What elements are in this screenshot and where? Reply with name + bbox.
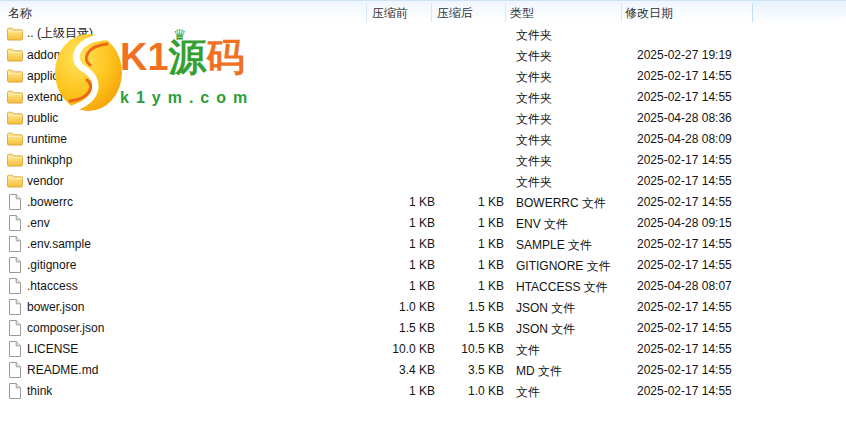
- type-cell: 文件: [516, 342, 540, 359]
- date-cell: 2025-02-17 14:55: [637, 321, 732, 335]
- folder-icon: [6, 109, 23, 126]
- file-name-cell: .env: [6, 212, 50, 233]
- size-after-cell: 10.5 KB: [419, 342, 504, 356]
- column-separator[interactable]: [366, 3, 367, 22]
- file-row[interactable]: .. (上级目录) 文件夹: [0, 23, 846, 44]
- type-cell: 文件夹: [516, 90, 552, 107]
- type-cell: JSON 文件: [516, 300, 575, 317]
- folder-icon: [6, 67, 23, 84]
- file-name-label: public: [27, 111, 58, 125]
- file-row[interactable]: thinkphp 文件夹 2025-02-17 14:55: [0, 149, 846, 170]
- file-name-label: runtime: [27, 132, 67, 146]
- size-after-cell: 1.0 KB: [419, 384, 504, 398]
- type-cell: 文件: [516, 384, 540, 401]
- file-name-cell: think: [6, 380, 52, 401]
- folder-icon: [6, 130, 23, 147]
- file-row[interactable]: .env.sample 1 KB 1 KB SAMPLE 文件 2025-02-…: [0, 233, 846, 254]
- file-name-label: bower.json: [27, 300, 84, 314]
- type-cell: SAMPLE 文件: [516, 237, 592, 254]
- list-column-header: 名称 压缩前 压缩后 类型 修改日期: [0, 0, 846, 23]
- folder-icon: [6, 88, 23, 105]
- file-name-cell: .env.sample: [6, 233, 91, 254]
- date-cell: 2025-02-27 19:19: [637, 48, 732, 62]
- file-name-cell: extend: [6, 86, 63, 107]
- file-icon: [6, 319, 23, 336]
- column-header-size-before[interactable]: 压缩前: [372, 5, 408, 22]
- header-empty-area: [753, 1, 846, 23]
- type-cell: 文件夹: [516, 111, 552, 128]
- file-name-label: .htaccess: [27, 279, 78, 293]
- date-cell: 2025-04-28 08:07: [637, 279, 732, 293]
- date-cell: 2025-02-17 14:55: [637, 258, 732, 272]
- file-name-cell: .gitignore: [6, 254, 76, 275]
- file-row[interactable]: think 1 KB 1.0 KB 文件 2025-02-17 14:55: [0, 380, 846, 401]
- column-separator[interactable]: [621, 3, 622, 22]
- file-name-label: .gitignore: [27, 258, 76, 272]
- file-name-cell: thinkphp: [6, 149, 72, 170]
- type-cell: 文件夹: [516, 132, 552, 149]
- file-row[interactable]: README.md 3.4 KB 3.5 KB MD 文件 2025-02-17…: [0, 359, 846, 380]
- file-row[interactable]: application 文件夹 2025-02-17 14:55: [0, 65, 846, 86]
- file-name-label: README.md: [27, 363, 98, 377]
- file-name-cell: .htaccess: [6, 275, 78, 296]
- date-cell: 2025-02-17 14:55: [637, 69, 732, 83]
- type-cell: 文件夹: [516, 153, 552, 170]
- type-cell: 文件夹: [516, 69, 552, 86]
- type-cell: MD 文件: [516, 363, 562, 380]
- column-separator[interactable]: [431, 3, 432, 22]
- file-name-label: .env.sample: [27, 237, 91, 251]
- file-icon: [6, 382, 23, 399]
- file-name-cell: vendor: [6, 170, 64, 191]
- file-row[interactable]: addons 文件夹 2025-02-27 19:19: [0, 44, 846, 65]
- date-cell: 2025-04-28 08:36: [637, 111, 732, 125]
- column-separator[interactable]: [505, 3, 506, 22]
- file-name-label: think: [27, 384, 52, 398]
- size-after-cell: 1 KB: [419, 279, 504, 293]
- file-icon: [6, 277, 23, 294]
- date-cell: 2025-02-17 14:55: [637, 300, 732, 314]
- file-list: .. (上级目录) 文件夹: [0, 23, 846, 401]
- column-header-modified-date[interactable]: 修改日期: [625, 5, 673, 22]
- file-row[interactable]: .gitignore 1 KB 1 KB GITIGNORE 文件 2025-0…: [0, 254, 846, 275]
- type-cell: BOWERRC 文件: [516, 195, 606, 212]
- file-name-cell: public: [6, 107, 58, 128]
- file-row[interactable]: .htaccess 1 KB 1 KB HTACCESS 文件 2025-04-…: [0, 275, 846, 296]
- folder-icon: [6, 172, 23, 189]
- file-row[interactable]: composer.json 1.5 KB 1.5 KB JSON 文件 2025…: [0, 317, 846, 338]
- column-header-type[interactable]: 类型: [510, 5, 534, 22]
- size-after-cell: 1 KB: [419, 195, 504, 209]
- folder-icon: [6, 46, 23, 63]
- date-cell: 2025-02-17 14:55: [637, 195, 732, 209]
- column-header-name[interactable]: 名称: [8, 5, 32, 22]
- file-name-cell: addons: [6, 44, 66, 65]
- file-row[interactable]: runtime 文件夹 2025-04-28 08:09: [0, 128, 846, 149]
- file-row[interactable]: .env 1 KB 1 KB ENV 文件 2025-04-28 09:15: [0, 212, 846, 233]
- column-header-size-after[interactable]: 压缩后: [437, 5, 473, 22]
- date-cell: 2025-02-17 14:55: [637, 174, 732, 188]
- type-cell: 文件夹: [516, 27, 552, 44]
- date-cell: 2025-02-17 14:55: [637, 342, 732, 356]
- file-name-cell: runtime: [6, 128, 67, 149]
- date-cell: 2025-04-28 08:09: [637, 132, 732, 146]
- type-cell: 文件夹: [516, 48, 552, 65]
- file-icon: [6, 298, 23, 315]
- file-row[interactable]: public 文件夹 2025-04-28 08:36: [0, 107, 846, 128]
- file-name-label: .bowerrc: [27, 195, 73, 209]
- file-name-label: application: [27, 69, 84, 83]
- folder-icon: [6, 25, 23, 42]
- file-name-cell: .. (上级目录): [6, 23, 93, 44]
- date-cell: 2025-04-28 09:15: [637, 216, 732, 230]
- file-icon: [6, 193, 23, 210]
- type-cell: HTACCESS 文件: [516, 279, 608, 296]
- file-row[interactable]: extend 文件夹 2025-02-17 14:55: [0, 86, 846, 107]
- file-icon: [6, 214, 23, 231]
- file-row[interactable]: bower.json 1.0 KB 1.5 KB JSON 文件 2025-02…: [0, 296, 846, 317]
- size-after-cell: 1.5 KB: [419, 300, 504, 314]
- file-row[interactable]: .bowerrc 1 KB 1 KB BOWERRC 文件 2025-02-17…: [0, 191, 846, 212]
- file-name-label: .. (上级目录): [27, 25, 93, 42]
- file-row[interactable]: vendor 文件夹 2025-02-17 14:55: [0, 170, 846, 191]
- file-name-cell: LICENSE: [6, 338, 78, 359]
- size-after-cell: 3.5 KB: [419, 363, 504, 377]
- file-row[interactable]: LICENSE 10.0 KB 10.5 KB 文件 2025-02-17 14…: [0, 338, 846, 359]
- type-cell: 文件夹: [516, 174, 552, 191]
